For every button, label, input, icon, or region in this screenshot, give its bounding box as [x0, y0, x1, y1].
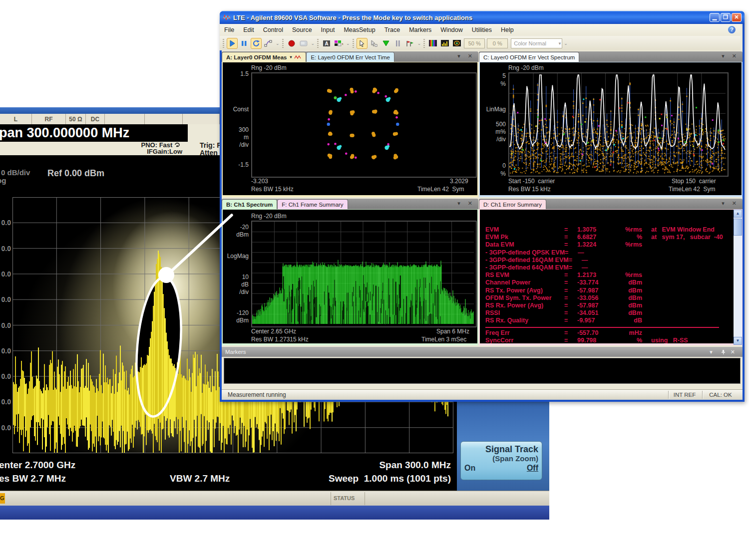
- softkey-off-label[interactable]: Off: [527, 464, 538, 473]
- toolbar-overflow-icon[interactable]: ⌄: [311, 41, 315, 46]
- waterfall-button[interactable]: [439, 38, 450, 49]
- panel-a-tabbar: A: Layer0 OFDM Meas▾ E: Layer0 OFDM Err …: [222, 51, 478, 62]
- panel-a-controls[interactable]: ▾ ✕: [457, 53, 475, 59]
- play-button[interactable]: [227, 38, 238, 49]
- sa-ytick-label: 0.0: [0, 347, 11, 355]
- pause-button[interactable]: [239, 38, 250, 49]
- error-summary-row: EVM Pk=6.6827%at sym 17, subcar -40: [485, 234, 742, 241]
- measurement-status: Measurement running: [228, 391, 286, 398]
- sa-span-label: Span 300.0 MHz: [379, 460, 451, 471]
- minimize-button[interactable]: ▁: [710, 13, 720, 22]
- menu-item-help[interactable]: Help: [496, 26, 518, 33]
- menu-item-meassetup[interactable]: MeasSetup: [339, 26, 379, 33]
- panel-b-controls[interactable]: ▾ ✕: [457, 200, 475, 207]
- error-summary-row: Channel Power=-33.774dBm: [485, 279, 742, 286]
- panel-d-controls[interactable]: ▾ ✕: [722, 200, 740, 207]
- tab-f-frame-summary[interactable]: F: Ch1 Frame Summary: [277, 199, 348, 209]
- toolbar-overflow-icon[interactable]: ⌄: [564, 41, 568, 46]
- close-button[interactable]: ✕: [732, 13, 742, 22]
- annotation-text-button[interactable]: A: [321, 38, 332, 49]
- plot-frame: [251, 221, 477, 327]
- int-ref-indicator: INT REF: [668, 391, 701, 399]
- y-axis-label: Const: [223, 106, 249, 113]
- scroll-thumb[interactable]: [734, 219, 742, 236]
- tab-a-ofdm-meas[interactable]: A: Layer0 OFDM Meas▾: [222, 52, 306, 62]
- phosphor-button[interactable]: [451, 38, 462, 49]
- tab-c-err-vect-spectrum[interactable]: C: Layer0 OFDM Err Vect Spectrum: [479, 52, 579, 62]
- menu-item-control[interactable]: Control: [259, 26, 288, 33]
- window-title: LTE - Agilent 89600 VSA Software - Press…: [233, 14, 472, 21]
- timelen-label: TimeLen 42 Sym: [417, 186, 464, 193]
- y-div-label: /div: [223, 141, 249, 148]
- y-unit-label: %: [480, 80, 506, 87]
- select-trace-button[interactable]: [369, 38, 379, 49]
- scroll-down-icon[interactable]: ▼: [734, 337, 742, 345]
- toolbar: ⌄ ⌄ A ▾ ⌄ ⌄ 50 % 0 % Color Normal ⌄: [220, 36, 741, 50]
- menu-item-input[interactable]: Input: [317, 26, 340, 33]
- layout-grid-button[interactable]: ▾: [333, 38, 344, 49]
- record-button[interactable]: [286, 38, 297, 49]
- y-min-unit: dBm: [223, 317, 249, 324]
- scroll-up-icon[interactable]: ▲: [734, 210, 742, 218]
- panel-c-body: Rng -20 dBm 5 % LinMag 500 m% /div 0 % S…: [479, 62, 743, 197]
- marker-flag-button[interactable]: [404, 38, 415, 49]
- restart-button[interactable]: [251, 38, 262, 49]
- spectrogram-button[interactable]: [427, 38, 438, 49]
- toolbar-grip: [317, 39, 319, 48]
- vsa-title-bar[interactable]: LTE - Agilent 89600 VSA Software - Press…: [220, 11, 745, 24]
- panel-c-controls[interactable]: ▾ ✕: [722, 53, 740, 59]
- y-div-label: m: [223, 134, 249, 141]
- sa-ytick-label: 0.0: [0, 295, 11, 303]
- signal-track-softkey[interactable]: Signal Track (Span Zoom) On Off: [460, 441, 542, 480]
- menu-item-trace[interactable]: Trace: [380, 26, 405, 33]
- error-summary-row: RSSI=-34.051dBm: [485, 309, 742, 317]
- color-mode-dropdown[interactable]: Color Normal: [511, 38, 562, 48]
- sa-ytick-label: 0.0: [0, 398, 11, 406]
- toolbar-overflow-icon[interactable]: ⌄: [276, 41, 280, 46]
- trigger-button[interactable]: [263, 38, 274, 49]
- cal-indicator: CAL: OK: [702, 391, 739, 399]
- svg-text:A: A: [325, 41, 328, 46]
- display-button[interactable]: [298, 38, 309, 49]
- sa-bottom-bar: [0, 506, 549, 520]
- error-summary-row: Data EVM=1.3224%rms: [485, 241, 742, 249]
- menu-item-source[interactable]: Source: [288, 26, 317, 33]
- menu-item-edit[interactable]: Edit: [239, 26, 259, 33]
- error-summary-row: EVM=1.3075%rmsat EVM Window End: [485, 226, 742, 234]
- x-max-label: Span 6 MHz: [436, 328, 469, 335]
- panel-ch1-spectrum: B: Ch1 Spectrum F: Ch1 Frame Summary ▾ ✕…: [222, 199, 478, 345]
- softkey-title: Signal Track: [464, 445, 538, 454]
- panel-c-tabbar: C: Layer0 OFDM Err Vect Spectrum ▾ ✕: [479, 51, 743, 62]
- help-icon[interactable]: ?: [728, 26, 736, 33]
- y-max-label: 5: [480, 72, 506, 79]
- markers-controls[interactable]: ▾ ✕: [710, 347, 739, 357]
- sa-vbw-label: VBW 2.7 MHz: [170, 473, 230, 484]
- sa-trig-readout: Trig: FAtten: [200, 142, 221, 157]
- tab-b-ch1-spectrum[interactable]: B: Ch1 Spectrum: [222, 199, 277, 209]
- loop-icon: [174, 142, 182, 147]
- scrollbar[interactable]: ▲ ▼: [734, 210, 742, 345]
- coupling-button[interactable]: [392, 38, 403, 49]
- pointer-button[interactable]: [357, 38, 368, 49]
- zoom-y-field[interactable]: 0 %: [487, 38, 508, 48]
- menu-item-utilities[interactable]: Utilities: [467, 26, 496, 33]
- x-min-label: Center 2.65 GHz: [251, 328, 296, 335]
- softkey-on-label[interactable]: On: [464, 464, 475, 473]
- error-summary-row: RS Rx. Quality=-9.957dB: [485, 317, 742, 324]
- y-div-label: /div: [223, 288, 249, 295]
- toolbar-overflow-icon[interactable]: ⌄: [417, 41, 421, 46]
- markers-title: Markers: [225, 349, 246, 355]
- menu-item-window[interactable]: Window: [436, 26, 467, 33]
- marker-triangle-button[interactable]: [380, 38, 391, 49]
- markers-titlebar[interactable]: Markers ▾ ✕: [222, 347, 743, 357]
- menu-item-markers[interactable]: Markers: [404, 26, 436, 33]
- vsa-status-bar: Measurement running INT REF CAL: OK: [222, 389, 743, 400]
- restore-button[interactable]: ❐: [721, 13, 731, 22]
- tab-e-err-vect-time[interactable]: E: Layer0 OFDM Err Vect Time: [306, 52, 394, 62]
- menu-item-file[interactable]: File: [220, 26, 239, 33]
- zoom-x-field[interactable]: 50 %: [464, 38, 485, 48]
- y-unit-label: %: [480, 170, 506, 177]
- tab-d-error-summary[interactable]: D: Ch1 Error Summary: [479, 199, 546, 209]
- toolbar-overflow-icon[interactable]: ⌄: [346, 41, 350, 46]
- trace-waveform-icon: [294, 55, 302, 59]
